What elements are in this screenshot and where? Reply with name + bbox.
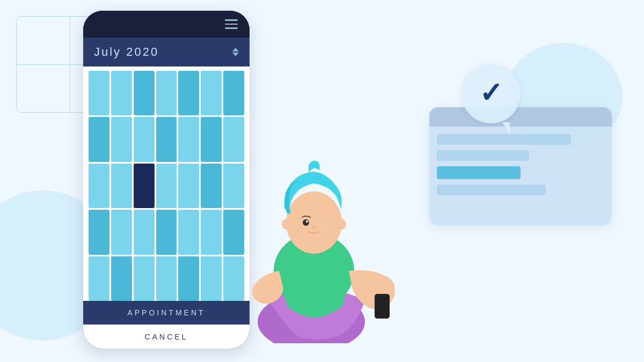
cal-cell[interactable]: [111, 71, 132, 115]
cancel-label: CANCEL: [145, 333, 188, 341]
cal-cell[interactable]: [89, 117, 109, 161]
cal-cell[interactable]: [111, 210, 132, 254]
cal-cell[interactable]: [223, 71, 244, 115]
dialog-row-1: [437, 134, 571, 145]
cal-cell[interactable]: [156, 117, 177, 161]
calendar-row-1: [89, 71, 244, 115]
cal-cell[interactable]: [111, 256, 132, 301]
svg-point-4: [286, 191, 342, 254]
dialog-row-3: [437, 166, 521, 179]
svg-point-7: [282, 219, 290, 230]
svg-point-8: [338, 219, 346, 230]
cal-cell[interactable]: [111, 164, 132, 208]
arrow-down-icon: [232, 53, 239, 56]
arrow-up-icon: [232, 48, 239, 51]
cal-cell[interactable]: [178, 256, 199, 301]
svg-rect-2: [375, 294, 390, 319]
checkmark-icon: ✓: [479, 79, 503, 107]
cal-cell[interactable]: [201, 71, 222, 115]
svg-point-6: [306, 220, 308, 223]
cal-cell[interactable]: [156, 256, 177, 301]
cal-cell[interactable]: [89, 164, 109, 208]
dialog-card: [429, 107, 612, 225]
appointment-label: APPOINTMENT: [127, 308, 205, 317]
calendar-header: July 2020: [83, 38, 250, 67]
checkmark-bubble: ✓: [462, 64, 521, 123]
cal-cell[interactable]: [134, 71, 155, 115]
hamburger-icon[interactable]: [225, 19, 238, 29]
cal-cell[interactable]: [134, 164, 155, 208]
person-svg: [204, 139, 429, 343]
cal-cell[interactable]: [156, 71, 177, 115]
cal-cell[interactable]: [178, 210, 199, 254]
cal-cell[interactable]: [111, 117, 132, 161]
cal-cell[interactable]: [89, 210, 109, 254]
cal-cell[interactable]: [156, 210, 177, 254]
dialog-header: [429, 107, 612, 127]
cal-cell[interactable]: [134, 117, 155, 161]
dialog-row-4: [437, 184, 546, 195]
cal-cell[interactable]: [178, 71, 199, 115]
cal-cell[interactable]: [178, 164, 199, 208]
month-navigation[interactable]: [232, 48, 239, 56]
cal-cell[interactable]: [89, 71, 109, 115]
dialog-body: [429, 127, 612, 203]
phone-topbar: [83, 11, 250, 38]
cal-cell[interactable]: [156, 164, 177, 208]
calendar-month-label: July 2020: [94, 45, 159, 59]
cal-cell[interactable]: [89, 256, 109, 301]
cal-cell[interactable]: [134, 256, 155, 301]
person-illustration: [204, 139, 429, 343]
svg-point-5: [303, 219, 309, 226]
dialog-row-2: [437, 150, 529, 161]
cal-cell[interactable]: [134, 210, 155, 254]
cal-cell[interactable]: [178, 117, 199, 161]
